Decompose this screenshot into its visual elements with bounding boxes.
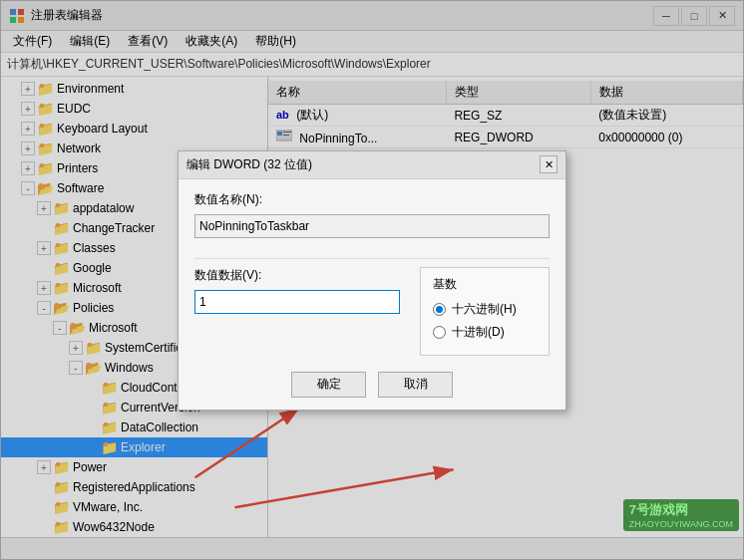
ok-button[interactable]: 确定 <box>291 372 366 398</box>
watermark-line2: ZHAOYOUYIWANG.COM <box>629 519 733 529</box>
radio-hex-circle[interactable] <box>433 303 446 316</box>
dialog-title-bar: 编辑 DWORD (32 位值) ✕ <box>179 151 565 179</box>
base-group: 基数 十六进制(H) 十进制(D) <box>420 267 550 356</box>
dialog-content: 数值名称(N): 数值数据(V): 基数 十六进制(H) <box>179 179 565 410</box>
radio-dec[interactable]: 十进制(D) <box>433 324 537 341</box>
edit-dword-dialog: 编辑 DWORD (32 位值) ✕ 数值名称(N): 数值数据(V): 基数 <box>178 150 566 411</box>
cancel-button[interactable]: 取消 <box>378 372 453 398</box>
dialog-close-button[interactable]: ✕ <box>540 155 558 173</box>
radio-dec-label: 十进制(D) <box>452 324 505 341</box>
main-window: 注册表编辑器 ─ □ ✕ 文件(F) 编辑(E) 查看(V) 收藏夹(A) 帮助… <box>0 0 744 560</box>
radio-hex[interactable]: 十六进制(H) <box>433 301 537 318</box>
dialog-title: 编辑 DWORD (32 位值) <box>186 156 312 173</box>
base-group-container: 基数 十六进制(H) 十进制(D) <box>420 267 550 356</box>
name-input <box>194 214 550 238</box>
watermark-line1: 7号游戏网 <box>629 501 733 519</box>
name-label: 数值名称(N): <box>194 191 550 208</box>
data-label: 数值数据(V): <box>194 267 400 284</box>
dialog-separator <box>194 258 550 259</box>
base-group-title: 基数 <box>421 276 537 293</box>
data-input[interactable] <box>194 290 400 314</box>
radio-dec-circle[interactable] <box>433 326 446 339</box>
dialog-overlay: 编辑 DWORD (32 位值) ✕ 数值名称(N): 数值数据(V): 基数 <box>1 1 743 559</box>
dialog-left: 数值数据(V): <box>194 267 400 314</box>
dialog-row: 数值数据(V): 基数 十六进制(H) 十进制(D) <box>194 267 550 356</box>
dialog-buttons: 确定 取消 <box>194 372 550 398</box>
watermark: 7号游戏网 ZHAOYOUYIWANG.COM <box>623 499 739 531</box>
radio-hex-label: 十六进制(H) <box>452 301 517 318</box>
